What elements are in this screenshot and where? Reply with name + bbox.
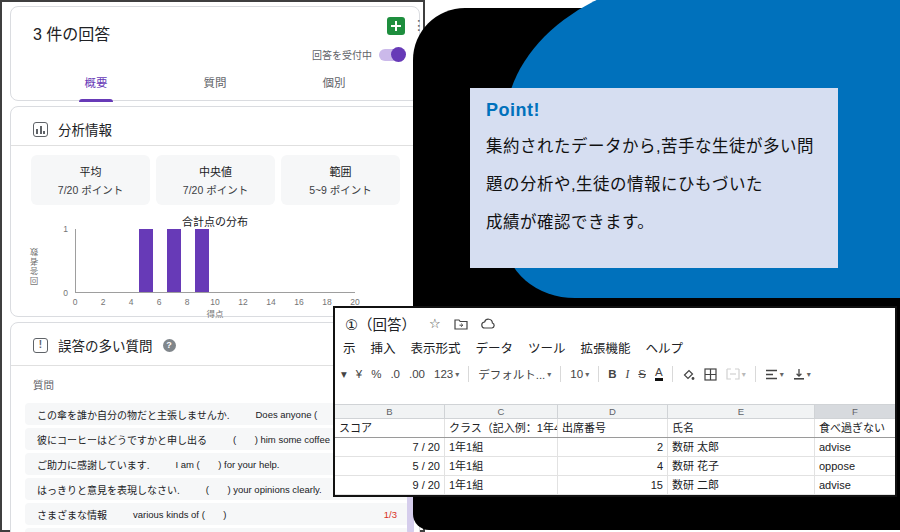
question-row[interactable]: さまざまな情報 various kinds of ( ) 1/3 [25,503,409,525]
toolbar-separator [598,366,599,382]
question-japanese: ご助力に感謝しています. [37,457,149,472]
column-header-F[interactable]: F [815,405,895,418]
x-tick-label: 16 [294,297,303,307]
tab-individual[interactable]: 個別 [279,71,389,99]
stat-median: 中央値 7/20 ポイント [156,155,275,205]
sheet-header-row: スコア クラス（記入例：1年4組 出席番号 氏名 食べ過ぎない [335,419,895,438]
toolbar-overflow-caret-icon[interactable]: ▾ [341,367,347,381]
point-body-line: 題の分析や,生徒の情報にひもづいた [486,165,822,203]
font-size-select[interactable]: 10▾ [570,368,589,380]
histogram-plot [75,229,355,293]
link-to-sheets-icon[interactable] [387,17,405,35]
cell[interactable]: 15 [558,476,668,494]
cell[interactable]: 1年1組 [445,438,558,456]
cell[interactable]: 数研 花子 [668,457,815,475]
screenshot-stage: 3 件の回答 ⋮ 回答を受付中 概要 質問 個別 分析情報 平均 [0,0,900,532]
cell[interactable]: 5 / 20 [335,457,445,475]
accepting-responses-toggle[interactable] [379,49,405,61]
cell[interactable]: 2 [558,438,668,456]
tab-question[interactable]: 質問 [160,71,270,99]
help-icon[interactable]: ? [163,339,176,352]
question-score: 1/3 [384,509,397,520]
menu-item[interactable]: ヘルプ [646,338,684,357]
menu-item[interactable]: 示 [343,338,356,357]
x-tick-label: 12 [238,297,247,307]
cell[interactable]: 4 [558,457,668,475]
x-tick-label: 6 [157,297,162,307]
more-formats-button[interactable]: 123▾ [434,368,459,380]
cell[interactable]: 1年1組 [445,476,558,494]
question-japanese: はっきりと意見を表現しなさい. [37,482,180,497]
caret-icon: ▾ [455,370,459,379]
column-header-B[interactable]: B [335,405,445,418]
stat-range: 範囲 5~9 ポイント [281,155,400,205]
text-color-button[interactable]: A [655,367,663,381]
star-icon[interactable]: ☆ [429,317,441,330]
merge-cells-button[interactable]: ▾ [726,368,746,380]
caret-icon: ▾ [807,370,811,379]
cell[interactable]: 1年1組 [445,457,558,475]
stat-value: 7/20 ポイント [58,182,123,197]
move-folder-icon[interactable] [454,318,468,330]
question-japanese: この傘を誰か自分の物だと主張しませんか. [37,407,229,422]
cell[interactable]: advise [815,438,895,456]
x-tick-label: 0 [73,297,78,307]
stat-label: 中央値 [199,163,232,179]
cell[interactable]: 出席番号 [558,419,668,437]
cell[interactable]: oppose [815,457,895,475]
italic-button[interactable]: I [625,368,629,380]
insights-card: 分析情報 平均 7/20 ポイント 中央値 7/20 ポイント 範囲 5~9 ポ… [10,106,420,317]
y-tick-label: 0 [63,288,68,298]
fill-color-button[interactable] [682,368,695,381]
menu-item[interactable]: 拡張機能 [581,338,631,357]
cell[interactable]: 数研 二郎 [668,476,815,494]
bold-button[interactable]: B [608,368,616,380]
horizontal-align-button[interactable]: ▾ [765,369,784,380]
column-header-E[interactable]: E [668,405,815,418]
tab-summary[interactable]: 概要 [41,71,151,99]
stat-value: 5~9 ポイント [309,182,372,197]
question-japanese: さまざまな情報 [37,507,107,522]
menu-item[interactable]: 挿入 [371,338,396,357]
borders-button[interactable] [704,368,717,381]
insights-header: 分析情報 [33,119,112,139]
menu-item[interactable]: データ [476,338,514,357]
column-header-row: B C D E F [335,404,895,419]
point-body-line: 集約されたデータから,苦手な生徒が多い問 [486,127,822,165]
cell[interactable]: advise [815,476,895,494]
font-name-value: デフォルト... [478,366,545,382]
cell[interactable]: クラス（記入例：1年4組 [445,419,558,437]
cell[interactable]: 9 / 20 [335,476,445,494]
strikethrough-button[interactable]: S [638,368,646,380]
histogram-y-ticks: 01 [57,229,71,293]
increase-decimal-button[interactable]: .00 [409,368,425,380]
column-header-C[interactable]: C [445,405,558,418]
decrease-decimal-button[interactable]: .0 [390,368,400,380]
missed-questions-title: 誤答の多い質問 [58,335,153,355]
cell[interactable]: スコア [335,419,445,437]
menu-item[interactable]: ツール [528,338,566,357]
y-tick-label: 1 [63,224,68,234]
font-name-select[interactable]: デフォルト...▾ [478,366,551,382]
cloud-status-icon[interactable] [481,318,496,329]
accepting-responses-label: 回答を受付中 [312,47,372,62]
cell[interactable]: 7 / 20 [335,438,445,456]
sheet-menu-bar: 示 挿入 表示形式 データ ツール 拡張機能 ヘルプ [343,338,683,357]
cell[interactable]: 食べ過ぎない [815,419,895,437]
histogram-bar [139,229,153,292]
responses-tabs: 概要 質問 個別 [41,71,389,99]
menu-item[interactable]: 表示形式 [411,338,461,357]
x-tick-label: 2 [101,297,106,307]
column-header-D[interactable]: D [558,405,668,418]
cell[interactable]: 数研 太郎 [668,438,815,456]
point-callout-title: Point! [486,100,822,121]
font-size-value: 10 [570,368,583,380]
vertical-align-button[interactable]: ▾ [793,368,811,380]
toolbar-separator [468,366,469,382]
cell[interactable]: 氏名 [668,419,815,437]
currency-format-button[interactable]: ¥ [356,368,362,380]
percent-format-button[interactable]: % [371,368,381,380]
sheet-grid: スコア クラス（記入例：1年4組 出席番号 氏名 食べ過ぎない 7 / 20 1… [335,419,895,495]
stat-value: 7/20 ポイント [183,182,248,197]
question-row[interactable]: 物質的な援助をする give ( ) support 1/3 [25,528,409,532]
